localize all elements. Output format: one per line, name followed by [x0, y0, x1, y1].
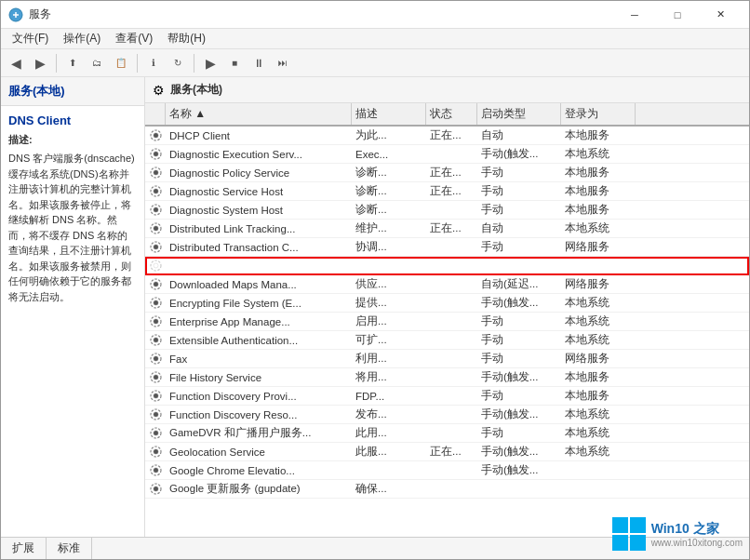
- service-status-cell: [426, 275, 477, 293]
- service-icon-cell: [145, 182, 166, 200]
- table-row[interactable]: Function Discovery Provi... FDP... 手动 本地…: [145, 387, 749, 406]
- service-status-cell: [426, 350, 477, 367]
- service-login-cell: 本地系统: [561, 424, 636, 442]
- service-status-cell: [426, 424, 477, 442]
- stop-service-button[interactable]: ■: [223, 53, 246, 73]
- table-row[interactable]: Diagnostic System Host 诊断... 手动 本地服务: [145, 201, 749, 220]
- service-status-cell: [426, 201, 477, 219]
- service-icon-cell: [145, 350, 166, 367]
- gear-icon: [150, 241, 162, 253]
- service-status-cell: 正在...: [426, 164, 477, 181]
- table-row[interactable]: Google Chrome Elevatio... 手动(触发...: [145, 461, 749, 480]
- restart-service-button[interactable]: ⏭: [272, 53, 294, 73]
- services-table[interactable]: 名称 ▲ 描述 状态 启动类型 登录为 DHCP Client 为此... 正在…: [145, 103, 749, 537]
- tab-expand[interactable]: 扩展: [1, 538, 47, 559]
- col-startup[interactable]: 启动类型: [477, 103, 561, 125]
- show-list-button[interactable]: 📋: [110, 53, 132, 73]
- gear-icon: [150, 167, 162, 179]
- right-panel-title: 服务(本地): [170, 82, 222, 98]
- col-status[interactable]: 状态: [426, 103, 477, 125]
- service-icon-cell: [145, 387, 166, 405]
- menu-file[interactable]: 文件(F): [5, 29, 56, 48]
- up-button[interactable]: ⬆: [61, 53, 84, 73]
- refresh-button[interactable]: ↻: [167, 53, 189, 73]
- table-row[interactable]: Diagnostic Policy Service 诊断... 正在... 手动…: [145, 164, 749, 182]
- service-status-cell: [426, 313, 477, 330]
- svg-point-11: [154, 226, 158, 231]
- service-status-cell: [426, 238, 477, 256]
- table-row[interactable]: Distributed Link Tracking... 维护... 正在...…: [145, 220, 749, 238]
- service-desc-cell: 协调...: [352, 238, 426, 256]
- table-row[interactable]: Fax 利用... 手动 网络服务: [145, 350, 749, 368]
- services-icon: ⚙: [153, 83, 165, 98]
- properties-button[interactable]: ℹ: [142, 53, 165, 73]
- show-tree-button[interactable]: 🗂: [86, 53, 108, 73]
- service-startup-cell: 手动: [477, 313, 561, 330]
- service-desc-cell: 提供...: [352, 294, 426, 312]
- menu-help[interactable]: 帮助(H): [160, 29, 213, 48]
- svg-point-19: [154, 300, 158, 305]
- service-desc-cell: 此用...: [352, 424, 426, 442]
- start-service-button[interactable]: ▶: [199, 53, 221, 73]
- service-startup-cell: 自动(延迟...: [477, 275, 561, 293]
- service-status-cell: [426, 387, 477, 405]
- table-row[interactable]: Function Discovery Reso... 发布... 手动(触发..…: [145, 406, 749, 424]
- service-startup-cell: 手动: [477, 387, 561, 405]
- service-startup-cell: 手动: [477, 424, 561, 442]
- tab-standard[interactable]: 标准: [47, 538, 92, 559]
- table-row[interactable]: GameDVR 和广播用户服务... 此用... 手动 本地系统: [145, 424, 749, 443]
- service-desc-cell: 为此...: [352, 127, 426, 144]
- service-icon-cell: [145, 331, 166, 349]
- svg-rect-42: [630, 517, 646, 533]
- col-login[interactable]: 登录为: [561, 103, 636, 125]
- svg-point-13: [154, 245, 158, 249]
- svg-point-17: [154, 282, 158, 287]
- col-desc[interactable]: 描述: [352, 103, 426, 125]
- toolbar: ◀ ▶ ⬆ 🗂 📋 ℹ ↻ ▶ ■ ⏸ ⏭: [1, 49, 749, 77]
- table-row[interactable]: Diagnostic Execution Serv... Exec... 手动(…: [145, 145, 749, 164]
- service-status-cell: 正在...: [426, 127, 477, 144]
- service-desc-cell: 诊断...: [352, 182, 426, 200]
- svg-rect-44: [630, 535, 646, 551]
- back-button[interactable]: ◀: [5, 53, 27, 73]
- table-row[interactable]: Google 更新服务 (gupdate) 确保...: [145, 480, 749, 499]
- pause-service-button[interactable]: ⏸: [248, 53, 270, 73]
- service-startup-cell: 自动: [477, 127, 561, 144]
- col-name[interactable]: 名称 ▲: [166, 103, 352, 125]
- minimize-button[interactable]: ─: [613, 1, 656, 29]
- table-row[interactable]: File History Service 将用... 手动(触发... 本地服务: [145, 368, 749, 387]
- close-button[interactable]: ✕: [699, 1, 742, 29]
- service-icon-cell: [145, 368, 166, 386]
- menu-view[interactable]: 查看(V): [108, 29, 160, 48]
- service-desc-cell: [352, 461, 426, 479]
- service-desc-cell: 诊断...: [352, 164, 426, 181]
- table-row[interactable]: Geolocation Service 此服... 正在... 手动(触发...…: [145, 443, 749, 461]
- table-row[interactable]: Downloaded Maps Mana... 供应... 自动(延迟... 网…: [145, 275, 749, 294]
- table-row[interactable]: Diagnostic Service Host 诊断... 正在... 手动 本…: [145, 182, 749, 201]
- service-login-cell: 网络服务: [561, 275, 636, 293]
- menu-action[interactable]: 操作(A): [56, 29, 108, 48]
- forward-button[interactable]: ▶: [29, 53, 51, 73]
- service-desc-cell: 发布...: [352, 406, 426, 423]
- service-login-cell: 本地服务: [561, 368, 636, 386]
- table-row[interactable]: DHCP Client 为此... 正在... 自动 本地服务: [145, 127, 749, 145]
- table-row[interactable]: Enterprise App Manage... 启用... 手动 本地系统: [145, 313, 749, 331]
- service-status-cell: [426, 406, 477, 423]
- gear-icon: [150, 204, 162, 216]
- table-row[interactable]: Encrypting File System (E... 提供... 手动(触发…: [145, 294, 749, 313]
- service-icon-cell: [145, 424, 166, 442]
- menu-bar: 文件(F) 操作(A) 查看(V) 帮助(H): [1, 29, 749, 49]
- table-body: DHCP Client 为此... 正在... 自动 本地服务 Diagnost…: [145, 127, 749, 499]
- table-row[interactable]: Distributed Transaction C... 协调... 手动 网络…: [145, 238, 749, 257]
- service-status-cell: [426, 480, 477, 498]
- table-row[interactable]: DNS Client DNS... 正在... 自动(触发... 网络服务: [145, 257, 749, 275]
- service-name-cell: DHCP Client: [166, 127, 352, 144]
- service-startup-cell: 手动(触发...: [477, 294, 561, 312]
- service-icon-cell: [145, 443, 166, 460]
- table-row[interactable]: Extensible Authentication... 可扩... 手动 本地…: [145, 331, 749, 350]
- service-startup-cell: 手动: [477, 331, 561, 349]
- service-icon-cell: [145, 275, 166, 293]
- maximize-button[interactable]: □: [656, 1, 699, 29]
- svg-point-25: [154, 356, 158, 361]
- title-bar: 服务 ─ □ ✕: [1, 1, 749, 29]
